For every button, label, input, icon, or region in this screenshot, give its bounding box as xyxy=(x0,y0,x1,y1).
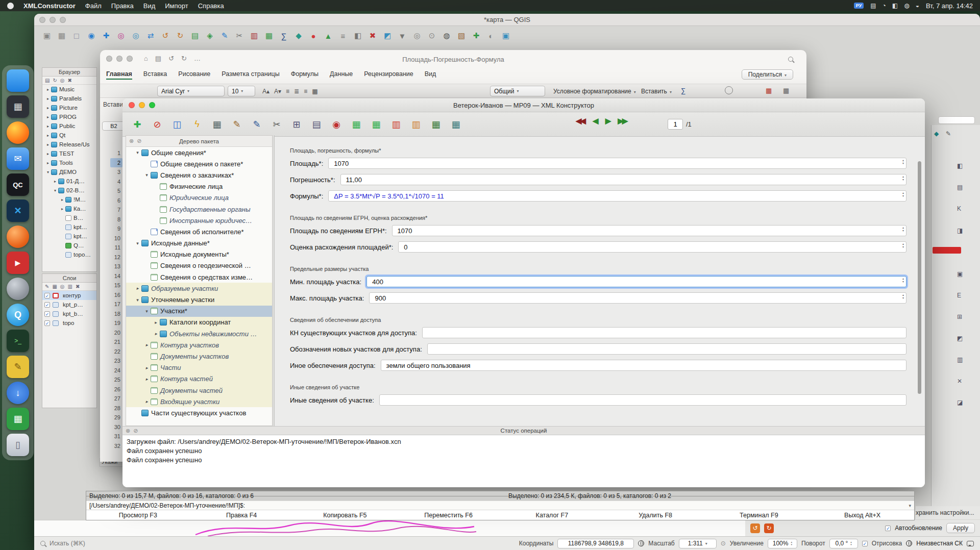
form-field[interactable]: земли общего пользования xyxy=(381,360,906,371)
row-header[interactable]: 21 xyxy=(110,337,122,347)
menubar-menu-item[interactable]: Файл xyxy=(85,2,102,10)
apple-menu-icon[interactable] xyxy=(7,3,14,9)
extent-icon[interactable] xyxy=(638,540,644,546)
qgis-right-combo[interactable] xyxy=(938,116,975,124)
conditional-format-button[interactable]: Условное форматирование xyxy=(553,88,636,95)
qgis-toolbar-icon[interactable]: ◎ xyxy=(130,30,141,41)
browser-tool-icon[interactable]: ✖ xyxy=(68,78,72,83)
browser-tree-item[interactable]: ▸ Picture xyxy=(42,103,96,112)
xml-toolbar-icon[interactable]: ▥ xyxy=(388,117,404,132)
browser-tree-item[interactable]: ▸ Qt xyxy=(42,131,96,140)
row-header[interactable]: 20 xyxy=(110,328,122,338)
expand-arrow-icon[interactable]: ▸ xyxy=(60,197,65,202)
menubar-app-name[interactable]: XMLConstructor xyxy=(23,2,76,10)
format-icon[interactable]: ▦ xyxy=(312,88,317,95)
xml-toolbar-icon[interactable]: ▦ xyxy=(349,117,364,132)
tree-item[interactable]: ▾ Общие сведения* xyxy=(126,147,272,158)
number-format-select[interactable]: Общий xyxy=(490,86,545,96)
browser-tree-item[interactable]: В… xyxy=(42,213,96,222)
qgis-toolbar-icon[interactable]: ∑ xyxy=(278,30,289,41)
stepper-icon[interactable] xyxy=(902,226,904,232)
ribbon-tab[interactable]: Главная xyxy=(106,70,132,80)
messages-icon[interactable] xyxy=(967,541,974,546)
row-header[interactable]: 6 xyxy=(110,196,122,206)
menubar-menu-item[interactable]: Вид xyxy=(143,2,156,10)
xml-toolbar-icon[interactable]: ⊞ xyxy=(289,117,304,132)
zoom-value[interactable]: 100% xyxy=(768,539,797,548)
browser-tree-item[interactable]: ▸ Tools xyxy=(42,158,96,167)
tree-item[interactable]: ▸ Контура участков xyxy=(126,339,272,351)
qgis-toolbar-icon[interactable]: ▥ xyxy=(249,30,260,41)
expand-arrow-icon[interactable]: ▾ xyxy=(134,150,141,155)
ribbon-tab[interactable]: Рецензирование xyxy=(364,70,413,80)
menubar-menu-item[interactable]: Справка xyxy=(198,2,224,10)
menubar-status-icon[interactable]: ▤ xyxy=(870,2,876,9)
expand-arrow-icon[interactable]: ▸ xyxy=(60,207,65,211)
qgis-toolbar-icon[interactable]: ⊙ xyxy=(426,30,437,41)
qgis-toolbar-icon[interactable]: ▲ xyxy=(323,30,334,41)
dock-icon[interactable] xyxy=(7,121,29,144)
stepper-icon[interactable] xyxy=(902,159,904,165)
dock-icon[interactable]: ✎ xyxy=(7,356,29,378)
row-header[interactable]: 2 xyxy=(110,158,122,168)
ribbon-tab[interactable]: Данные xyxy=(330,70,353,80)
row-header[interactable]: 31 xyxy=(110,432,122,441)
sheet-search-icon[interactable] xyxy=(788,57,793,62)
input-source-icon[interactable]: РУ xyxy=(854,3,864,9)
qgis-toolbar-icon[interactable]: ✚ xyxy=(101,30,112,41)
crs-label[interactable]: Неизвестная СК xyxy=(916,540,963,547)
record-nav-button[interactable]: ▶ xyxy=(605,116,610,126)
menubar-status-icon[interactable]: ◍ xyxy=(904,2,909,9)
tree-item[interactable]: Сведения об исполнителе* xyxy=(126,226,272,237)
fm-command-line[interactable]: [/Users/andrey/ДЕМО/02-Ветерок-МП-уточне… xyxy=(86,501,914,510)
row-header[interactable]: 23 xyxy=(110,356,122,366)
qgis-toolbar-icon[interactable]: ▼ xyxy=(397,30,408,41)
dock-icon[interactable] xyxy=(7,226,29,248)
dock-icon[interactable]: ▶ xyxy=(7,252,29,274)
qgis-toolbar-icon[interactable]: ⇄ xyxy=(145,30,156,41)
expand-arrow-icon[interactable]: ▸ xyxy=(53,179,58,184)
qgis-toolbar-icon[interactable]: ◍ xyxy=(441,30,452,41)
fm-function-key[interactable]: Просмотр F3 xyxy=(86,512,190,519)
qgis-toolbar-icon[interactable]: ◈ xyxy=(204,30,215,41)
rotation-value[interactable]: 0,0 ° xyxy=(829,539,858,548)
dock-icon[interactable]: ↓ xyxy=(7,382,29,404)
dock-icon[interactable] xyxy=(7,278,29,300)
row-header[interactable]: 10 xyxy=(110,234,122,243)
qgis-toolbar-icon[interactable]: ◻ xyxy=(71,30,82,41)
tree-item[interactable]: ▸ Части xyxy=(126,362,272,373)
row-header[interactable]: 7 xyxy=(110,205,122,215)
tree-item[interactable]: Документы участков xyxy=(126,351,272,362)
format-icon[interactable]: A▾ xyxy=(274,88,281,95)
right-panel-icon[interactable]: ◧ xyxy=(957,162,963,169)
form-field[interactable]: 400 xyxy=(366,276,906,287)
expand-arrow-icon[interactable]: ▸ xyxy=(45,106,51,110)
fm-function-key[interactable]: Переместить F6 xyxy=(397,512,500,519)
dock-icon[interactable]: ✕ xyxy=(7,199,29,222)
record-nav-button[interactable]: ◀◀ xyxy=(576,116,584,126)
xml-toolbar-icon[interactable]: ▥ xyxy=(408,117,424,132)
expand-arrow-icon[interactable]: ▾ xyxy=(134,297,141,303)
tree-item[interactable]: Иностранные юридичес… xyxy=(126,215,272,226)
statusbar-search[interactable]: Искать (⌘K) xyxy=(50,540,85,547)
browser-tree-item[interactable]: ▸ Parallels xyxy=(42,94,96,103)
tree-item[interactable]: ▸ Объекты недвижимости … xyxy=(126,328,272,339)
scale-select[interactable]: 1:311 xyxy=(679,539,717,548)
dock-icon[interactable]: ▦ xyxy=(7,95,29,118)
expand-arrow-icon[interactable]: ▸ xyxy=(153,331,159,336)
browser-tree-item[interactable]: ▾ ДЕМО xyxy=(42,167,96,177)
render-checkbox[interactable]: ✓ xyxy=(862,541,868,546)
expand-arrow-icon[interactable]: ▾ xyxy=(45,170,51,174)
xml-toolbar-icon[interactable]: ▤ xyxy=(309,117,324,132)
right-panel-icon[interactable]: ▣ xyxy=(957,270,963,278)
expand-arrow-icon[interactable]: ▾ xyxy=(134,241,141,246)
row-header[interactable]: 17 xyxy=(110,299,122,309)
browser-tree-item[interactable]: topo… xyxy=(42,250,96,259)
browser-tree-item[interactable]: ▸ !М… xyxy=(42,195,96,204)
redo-icon[interactable]: ↻ xyxy=(764,523,774,533)
layer-checkbox[interactable]: ✓ xyxy=(44,302,50,308)
expand-arrow-icon[interactable]: ▸ xyxy=(143,342,150,347)
xml-toolbar-icon[interactable]: ▦ xyxy=(428,117,444,132)
qgis-toolbar-icon[interactable]: ✚ xyxy=(471,30,482,41)
xml-titlebar[interactable]: Ветерок-Иванов — МР09 — XML Конструктор xyxy=(122,98,925,112)
